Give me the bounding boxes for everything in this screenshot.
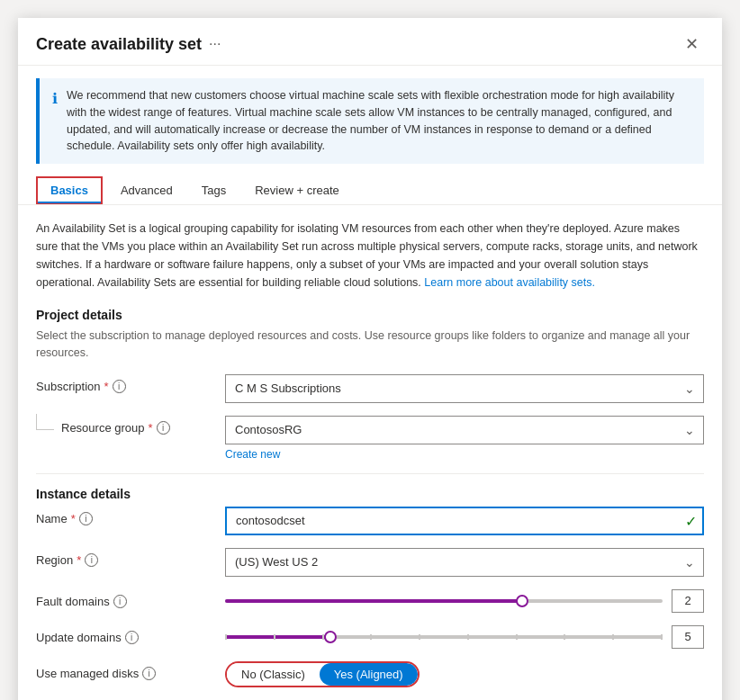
project-details-title: Project details bbox=[36, 308, 704, 322]
name-row: Name * i ✓ bbox=[36, 507, 704, 535]
create-new-link[interactable]: Create new bbox=[225, 448, 704, 461]
managed-disks-no-option[interactable]: No (Classic) bbox=[227, 663, 320, 686]
resource-group-select[interactable]: ContososRG bbox=[225, 416, 704, 444]
project-details-section: Project details Select the subscription … bbox=[36, 308, 704, 461]
update-domains-control: 5 bbox=[225, 625, 704, 649]
name-input[interactable] bbox=[225, 507, 704, 535]
tabs-container: Basics Advanced Tags Review + create bbox=[18, 164, 722, 205]
info-banner: ℹ We recommend that new customers choose… bbox=[36, 78, 704, 164]
managed-disks-control: No (Classic) Yes (Aligned) bbox=[225, 661, 704, 687]
project-details-subtitle: Select the subscription to manage deploy… bbox=[36, 328, 704, 362]
subscription-select[interactable]: C M S Subscriptions bbox=[225, 374, 704, 403]
region-required: * bbox=[77, 553, 81, 567]
info-banner-icon: ℹ bbox=[52, 88, 58, 110]
update-domains-row: Update domains i bbox=[36, 625, 704, 649]
resource-group-select-wrapper: ContososRG bbox=[225, 416, 704, 444]
instance-details-title: Instance details bbox=[36, 487, 704, 501]
resource-group-row: Resource group * i ContososRG Create new bbox=[36, 416, 704, 461]
subscription-row: Subscription * i C M S Subscriptions bbox=[36, 374, 704, 403]
fault-domains-row: Fault domains i 2 bbox=[36, 589, 704, 613]
subscription-label: Subscription * i bbox=[36, 374, 216, 393]
dialog-header: Create availability set ··· ✕ bbox=[18, 18, 722, 66]
resource-group-required: * bbox=[149, 421, 153, 435]
resource-group-label: Resource group * i bbox=[36, 416, 216, 435]
name-check-icon: ✓ bbox=[685, 512, 697, 529]
fault-domains-value: 2 bbox=[672, 589, 704, 613]
region-select-wrapper: (US) West US 2 bbox=[225, 548, 704, 577]
tab-advanced[interactable]: Advanced bbox=[106, 176, 187, 204]
managed-disks-toggle: No (Classic) Yes (Aligned) bbox=[225, 661, 420, 687]
title-row: Create availability set ··· bbox=[36, 35, 221, 54]
subscription-required: * bbox=[104, 380, 109, 393]
subscription-select-wrapper: C M S Subscriptions bbox=[225, 374, 704, 403]
region-label: Region * i bbox=[36, 548, 216, 567]
learn-more-link[interactable]: Learn more about availability sets. bbox=[424, 276, 595, 289]
update-domains-label: Update domains i bbox=[36, 625, 216, 644]
managed-disks-yes-option[interactable]: Yes (Aligned) bbox=[320, 663, 418, 686]
managed-disks-label: Use managed disks i bbox=[36, 661, 216, 680]
close-button[interactable]: ✕ bbox=[680, 32, 704, 56]
tab-basics[interactable]: Basics bbox=[36, 176, 103, 204]
region-info-icon[interactable]: i bbox=[85, 553, 98, 567]
managed-disks-info-icon[interactable]: i bbox=[142, 667, 156, 680]
description-text: An Availability Set is a logical groupin… bbox=[36, 220, 704, 292]
instance-details-section: Instance details Name * i ✓ Region * bbox=[36, 487, 704, 687]
fault-domains-control: 2 bbox=[225, 589, 704, 613]
tab-review-create[interactable]: Review + create bbox=[240, 176, 354, 204]
name-label: Name * i bbox=[36, 507, 216, 525]
fault-domains-info-icon[interactable]: i bbox=[113, 595, 127, 608]
create-availability-set-dialog: Create availability set ··· ✕ ℹ We recom… bbox=[18, 18, 722, 700]
tab-tags[interactable]: Tags bbox=[187, 176, 240, 204]
region-row: Region * i (US) West US 2 bbox=[36, 548, 704, 577]
managed-disks-row: Use managed disks i No (Classic) Yes (Al… bbox=[36, 661, 704, 687]
subscription-info-icon[interactable]: i bbox=[113, 380, 126, 393]
update-domains-info-icon[interactable]: i bbox=[125, 631, 139, 644]
main-content: An Availability Set is a logical groupin… bbox=[18, 205, 722, 700]
name-input-wrapper: ✓ bbox=[225, 507, 704, 535]
resource-group-control: ContososRG Create new bbox=[225, 416, 704, 461]
region-select[interactable]: (US) West US 2 bbox=[225, 548, 704, 577]
resource-group-info-icon[interactable]: i bbox=[157, 421, 170, 435]
fault-domains-label: Fault domains i bbox=[36, 589, 216, 608]
name-required: * bbox=[71, 512, 76, 525]
name-info-icon[interactable]: i bbox=[79, 512, 93, 525]
dialog-ellipsis-menu[interactable]: ··· bbox=[209, 36, 221, 52]
info-banner-text: We recommend that new customers choose v… bbox=[67, 87, 691, 155]
divider-1 bbox=[36, 473, 704, 474]
dialog-title: Create availability set bbox=[36, 35, 202, 54]
update-domains-value: 5 bbox=[672, 625, 704, 649]
